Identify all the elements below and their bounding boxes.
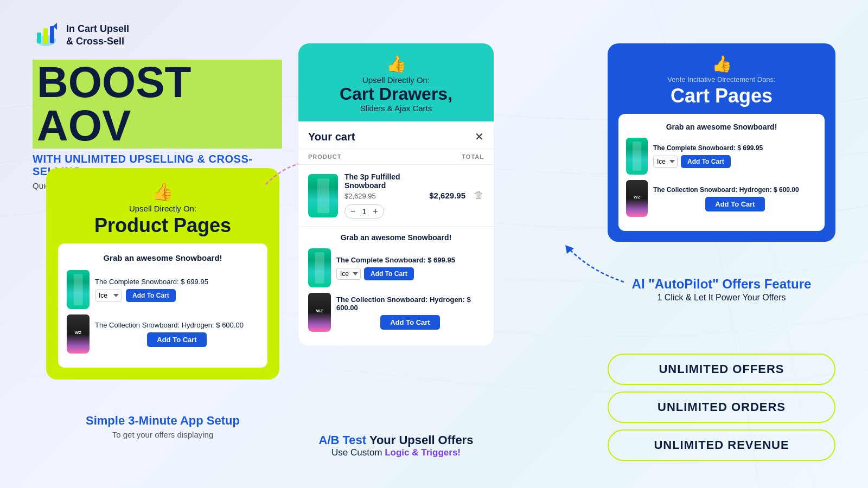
cart-item-total: $2,629.95 — [429, 191, 465, 200]
right-add-to-cart-btn-2[interactable]: Add To Cart — [705, 197, 764, 211]
qty-plus-btn[interactable]: + — [373, 207, 378, 216]
pill-offers: UNLIMITED OFFERS — [608, 354, 835, 385]
cart-close-icon[interactable]: ✕ — [475, 130, 484, 143]
cart-upsell-variant-row-1: Ice Add To Cart — [336, 267, 484, 280]
variant-select-1[interactable]: Ice Fire — [95, 290, 122, 301]
cart-upsell-select-1[interactable]: Ice — [336, 268, 361, 280]
pill-orders-label: UNLIMITED ORDERS — [658, 400, 786, 414]
cart-header-small: Upsell Directly On: — [309, 75, 483, 85]
thumbs-up-icon: 👍 — [58, 181, 267, 202]
product-pages-card: 👍 Upsell Directly On: Product Pages Grab… — [46, 168, 279, 380]
product-pages-offer-title: Grab an awesome Snowboard! — [67, 253, 259, 262]
product-pages-offer-row-2: The Collection Snowboard: Hydrogen: $ 60… — [67, 314, 259, 354]
cart-upsell-name-1: The Complete Snowboard: $ 699.95 — [336, 256, 484, 264]
logic-text: Use Custom Logic & Triggers! — [298, 447, 494, 458]
right-card-label-big: Cart Pages — [618, 85, 825, 107]
cart-col-headers: PRODUCT TOTAL — [298, 149, 494, 165]
cart-upsell-btn-2[interactable]: Add To Cart — [380, 315, 439, 330]
right-product-name-1: The Complete Snowboard: $ 699.95 — [653, 144, 817, 152]
product-pages-offer-row-1: The Complete Snowboard: $ 699.95 Ice Fir… — [67, 270, 259, 309]
cart-thumbs-up-icon: 👍 — [309, 54, 483, 73]
right-product-details-1: The Complete Snowboard: $ 699.95 Ice Add… — [653, 144, 817, 168]
cart-upsell-row-1: The Complete Snowboard: $ 699.95 Ice Add… — [308, 248, 484, 287]
qty-number: 1 — [360, 207, 368, 216]
product-img-2 — [67, 314, 90, 354]
cart-upsell-section: Grab an awesome Snowboard! The Complete … — [298, 227, 494, 346]
product-details-1: The Complete Snowboard: $ 699.95 Ice Fir… — [95, 278, 259, 302]
bottom-center-caption: A/B Test Your Upsell Offers Use Custom L… — [298, 433, 494, 458]
svg-rect-3 — [50, 26, 54, 43]
bottom-caption-sub: To get your offers displaying — [46, 430, 279, 439]
cart-top-bar: Your cart ✕ — [298, 121, 494, 149]
cart-drawer-container: 👍 Upsell Directly On: Cart Drawers, Slid… — [298, 43, 494, 346]
ai-subtitle: 1 Click & Let It Power Your Offers — [608, 293, 835, 303]
cart-header-big: Cart Drawers, — [309, 85, 483, 104]
pill-offers-label: UNLIMITED OFFERS — [659, 362, 784, 376]
svg-marker-6 — [565, 245, 574, 254]
cart-upsell-img-2 — [308, 293, 331, 332]
product-details-2: The Collection Snowboard: Hydrogen: $ 60… — [95, 321, 259, 347]
right-product-details-2: The Collection Snowboard: Hydrogen: $ 60… — [653, 186, 817, 211]
svg-rect-2 — [43, 28, 48, 43]
pills-section: UNLIMITED OFFERS UNLIMITED ORDERS UNLIMI… — [608, 354, 835, 461]
right-variant-select-1[interactable]: Ice — [653, 156, 678, 168]
pill-revenue-label: UNLIMITED REVENUE — [654, 438, 789, 452]
cart-upsell-row-2: The Collection Snowboard: Hydrogen: $ 60… — [308, 293, 484, 332]
cart-upsell-btn-1[interactable]: Add To Cart — [364, 267, 414, 280]
right-product-img-1 — [626, 138, 648, 175]
logic-highlight: Logic & Triggers! — [385, 447, 461, 458]
product-name-1: The Complete Snowboard: $ 699.95 — [95, 278, 259, 286]
qty-control: − 1 + — [344, 204, 384, 219]
cart-drawer-header: 👍 Upsell Directly On: Cart Drawers, Slid… — [298, 43, 494, 121]
cart-upsell-img-1 — [308, 248, 331, 287]
add-to-cart-btn-2[interactable]: Add To Cart — [147, 332, 206, 347]
cart-title: Your cart — [308, 131, 355, 143]
ab-test-text: A/B Test Your Upsell Offers — [298, 433, 494, 447]
right-offer-row-2: The Collection Snowboard: Hydrogen: $ 60… — [626, 180, 817, 217]
cart-upsell-name-2: The Collection Snowboard: Hydrogen: $ 60… — [336, 296, 484, 312]
right-thumbs-up-icon: 👍 — [618, 54, 825, 73]
product-pages-label-small: Upsell Directly On: — [58, 204, 267, 213]
right-offer-title: Grab an awesome Snowboard! — [626, 123, 817, 131]
right-card-bg: 👍 Vente Incitative Directement Dans: Car… — [608, 43, 835, 242]
right-inner-white: Grab an awesome Snowboard! The Complete … — [618, 114, 825, 231]
product-pages-label-big: Product Pages — [58, 214, 267, 237]
bottom-caption-title: Simple 3-Minute App Setup — [46, 414, 279, 428]
pill-revenue: UNLIMITED REVENUE — [608, 429, 835, 461]
svg-rect-1 — [37, 33, 41, 43]
cart-col-total: TOTAL — [462, 153, 484, 160]
cart-upsell-title: Grab an awesome Snowboard! — [308, 233, 484, 242]
right-product-name-2: The Collection Snowboard: Hydrogen: $ 60… — [653, 186, 817, 194]
product-pages-inner-card: Grab an awesome Snowboard! The Complete … — [58, 243, 267, 368]
qty-minus-btn[interactable]: − — [350, 207, 355, 216]
right-card-header: 👍 Vente Incitative Directement Dans: Car… — [618, 54, 825, 107]
ab-test-highlight: A/B Test — [319, 433, 367, 447]
right-offer-row-1: The Complete Snowboard: $ 699.95 Ice Add… — [626, 138, 817, 175]
bottom-caption: Simple 3-Minute App Setup To get your of… — [46, 414, 279, 439]
right-add-to-cart-btn-1[interactable]: Add To Cart — [681, 155, 731, 168]
pill-orders: UNLIMITED ORDERS — [608, 391, 835, 423]
right-card-label-small: Vente Incitative Directement Dans: — [618, 75, 825, 84]
header: In Cart Upsell& Cross-Sell — [33, 22, 129, 49]
cart-delete-icon[interactable]: 🗑 — [474, 190, 484, 201]
cart-item-row: The 3p Fulfilled Snowboard $2,629.95 − 1… — [298, 165, 494, 227]
hero-title: BOOST AOV — [33, 60, 282, 149]
cart-upsell-details-2: The Collection Snowboard: Hydrogen: $ 60… — [336, 296, 484, 330]
logo-text: In Cart Upsell& Cross-Sell — [66, 23, 129, 48]
ai-title: AI "AutoPilot" Offers Feature — [608, 277, 835, 292]
cart-item-details: The 3p Fulfilled Snowboard $2,629.95 − 1… — [344, 172, 423, 219]
right-product-img-2 — [626, 180, 648, 217]
cart-col-product: PRODUCT — [308, 153, 341, 160]
right-variant-row-1: Ice Add To Cart — [653, 155, 817, 168]
product-name-2: The Collection Snowboard: Hydrogen: $ 60… — [95, 321, 259, 329]
cart-header-sub: Sliders & Ajax Carts — [309, 104, 483, 113]
right-card-container: 👍 Vente Incitative Directement Dans: Car… — [608, 43, 835, 242]
cart-item-price-small: $2,629.95 — [344, 192, 423, 200]
cart-upsell-details-1: The Complete Snowboard: $ 699.95 Ice Add… — [336, 256, 484, 280]
logo-icon — [33, 22, 60, 49]
product-img-1 — [67, 270, 90, 309]
cart-item-name: The 3p Fulfilled Snowboard — [344, 172, 423, 190]
ai-section: AI "AutoPilot" Offers Feature 1 Click & … — [608, 277, 835, 303]
cart-drawer-body: Your cart ✕ PRODUCT TOTAL The 3p Fulfill… — [298, 121, 494, 346]
add-to-cart-btn-1[interactable]: Add To Cart — [126, 289, 176, 302]
